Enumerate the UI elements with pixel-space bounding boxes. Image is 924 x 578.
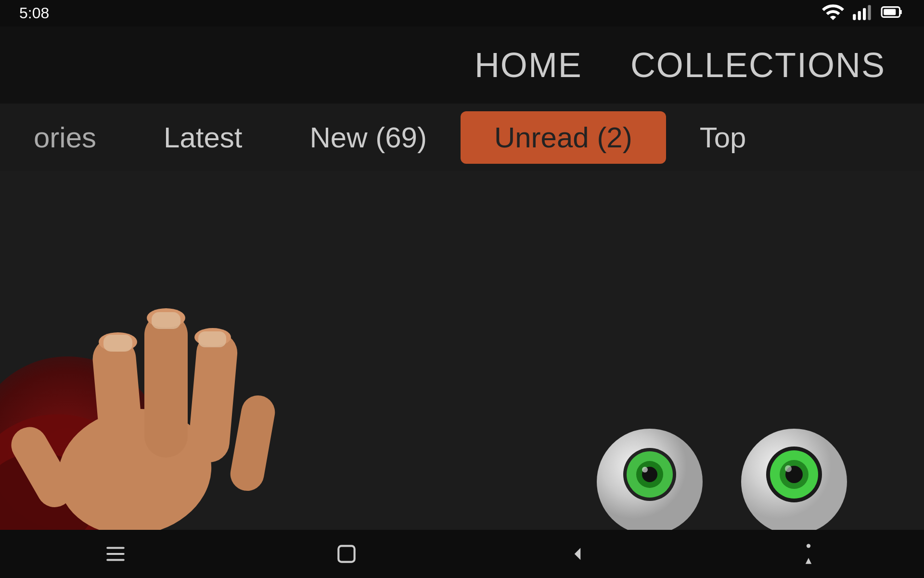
svg-rect-15 [187, 331, 239, 464]
tab-unread[interactable]: Unread (2) [461, 111, 666, 164]
battery-icon [881, 0, 905, 27]
home-button[interactable] [334, 542, 359, 566]
top-nav: HOME COLLECTIONS [0, 26, 924, 104]
back-button[interactable] [565, 542, 590, 566]
tab-stories[interactable]: ories [0, 111, 130, 164]
svg-rect-34 [106, 559, 125, 561]
svg-rect-17 [198, 331, 226, 347]
svg-rect-1 [858, 11, 861, 20]
svg-rect-12 [144, 313, 188, 458]
svg-rect-18 [228, 393, 278, 493]
svg-rect-3 [868, 5, 871, 20]
status-icons [821, 0, 905, 27]
svg-rect-11 [103, 335, 132, 352]
bottom-nav [0, 530, 924, 578]
tab-bar: ories Latest New (69) Unread (2) Top [0, 104, 924, 171]
svg-rect-32 [106, 547, 125, 549]
collections-nav-item[interactable]: COLLECTIONS [630, 45, 886, 85]
svg-rect-14 [152, 312, 180, 329]
accessibility-button[interactable] [796, 542, 821, 566]
svg-rect-33 [106, 553, 125, 555]
svg-point-25 [642, 467, 648, 473]
tab-new[interactable]: New (69) [276, 111, 461, 164]
svg-point-36 [807, 544, 810, 548]
svg-rect-5 [884, 9, 896, 15]
wifi-icon [821, 0, 845, 27]
hand-illustration [0, 241, 337, 530]
svg-rect-35 [338, 546, 354, 562]
svg-rect-2 [863, 8, 866, 20]
tab-latest[interactable]: Latest [130, 111, 276, 164]
tab-top[interactable]: Top [666, 111, 780, 164]
status-time: 5:08 [19, 4, 49, 22]
signal-icon [851, 0, 875, 27]
robot-character [727, 395, 861, 530]
menu-button[interactable] [103, 542, 128, 566]
svg-point-31 [785, 465, 792, 472]
status-bar: 5:08 [0, 0, 924, 26]
svg-rect-0 [853, 14, 856, 20]
content-area [0, 171, 924, 530]
home-nav-item[interactable]: HOME [475, 45, 582, 85]
